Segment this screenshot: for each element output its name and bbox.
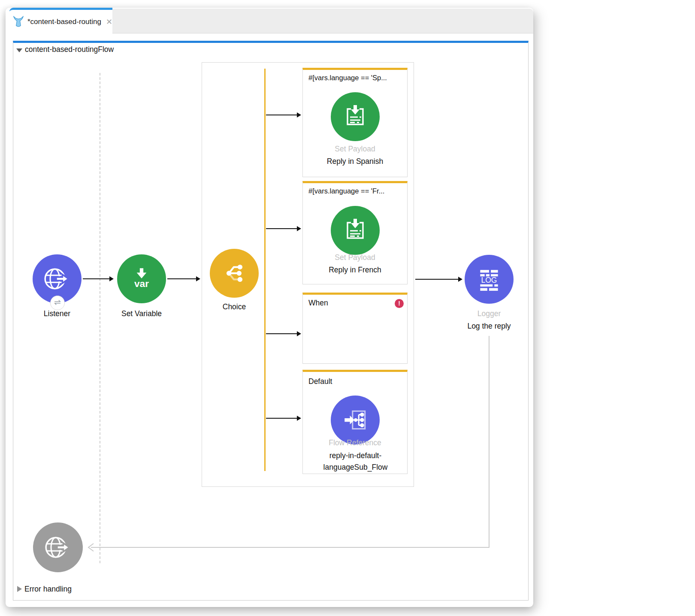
set-payload-icon [341, 217, 369, 244]
flow-title: content-based-routingFlow [25, 45, 114, 54]
connector-arrow [266, 228, 297, 229]
connector-arrow [167, 278, 196, 279]
choice-branch-icon [220, 259, 248, 287]
component-doc-name: reply-in-default-languageSub_Flow [308, 450, 403, 473]
set-payload-icon [341, 103, 369, 130]
when-branch-french[interactable]: #[vars.language == 'Fr... Set Payload Re… [302, 181, 408, 284]
default-label: Default [308, 377, 332, 386]
component-type-label: Flow Reference [303, 438, 407, 447]
globe-arrow-icon [43, 265, 71, 293]
tab-title: *content-based-routing [27, 18, 101, 26]
collapse-flow-icon[interactable] [16, 48, 22, 52]
connector-arrow [266, 333, 297, 334]
listener-label: Listener [14, 309, 100, 318]
tab-strip [112, 9, 533, 33]
connector-arrow [415, 279, 459, 280]
component-doc-name: Reply in Spanish [303, 157, 407, 166]
response-arrowhead-icon [87, 542, 95, 553]
choice-node[interactable] [210, 249, 259, 298]
logger-label: Logger [446, 309, 532, 318]
globe-arrow-icon [44, 533, 72, 562]
when-expression: #[vars.language == 'Fr... [308, 187, 384, 195]
when-branch-spanish[interactable]: #[vars.language == 'Sp... Set Payload Re… [302, 68, 408, 177]
expand-error-handling-icon[interactable] [17, 586, 22, 592]
connector-arrow [266, 115, 297, 115]
connector-arrow [266, 418, 297, 419]
exchange-icon[interactable]: ⇌ [50, 296, 65, 310]
tab-content-based-routing[interactable]: *content-based-routing ✕ [9, 8, 112, 33]
close-icon[interactable]: ✕ [106, 17, 112, 27]
when-label: When [308, 299, 328, 308]
svg-text:LOG: LOG [481, 276, 497, 284]
when-branch-empty[interactable]: When ! [302, 293, 408, 364]
error-icon[interactable]: ! [395, 299, 404, 308]
when-expression: #[vars.language == 'Sp... [308, 74, 387, 82]
flow-reference-node[interactable] [331, 396, 380, 444]
response-line [91, 547, 489, 548]
component-doc-name: Reply in French [303, 266, 407, 275]
connector-arrow [83, 278, 110, 279]
component-type-label: Set Payload [303, 145, 407, 154]
flow-editor-canvas: *content-based-routing ✕ content-based-r… [0, 0, 695, 616]
response-endpoint-node[interactable] [33, 522, 83, 572]
logger-node[interactable]: LOG [465, 255, 514, 304]
logger-doc-name: Log the reply [446, 322, 532, 331]
logger-icon: LOG [475, 265, 503, 293]
response-line [489, 336, 490, 548]
component-type-label: Set Payload [303, 253, 407, 262]
mule-logo-icon [12, 16, 24, 28]
set-variable-node[interactable]: var [117, 254, 166, 303]
flow-reference-icon [341, 406, 369, 434]
set-variable-icon: var [127, 265, 156, 293]
error-handling-label: Error handling [24, 585, 72, 594]
router-branch-line [264, 69, 266, 471]
set-variable-label: Set Variable [99, 309, 184, 318]
set-payload-node[interactable] [331, 206, 380, 255]
set-payload-node[interactable] [331, 92, 380, 141]
default-branch[interactable]: Default Flow Reference reply-in-default-… [302, 370, 408, 474]
svg-text:var: var [134, 278, 149, 289]
